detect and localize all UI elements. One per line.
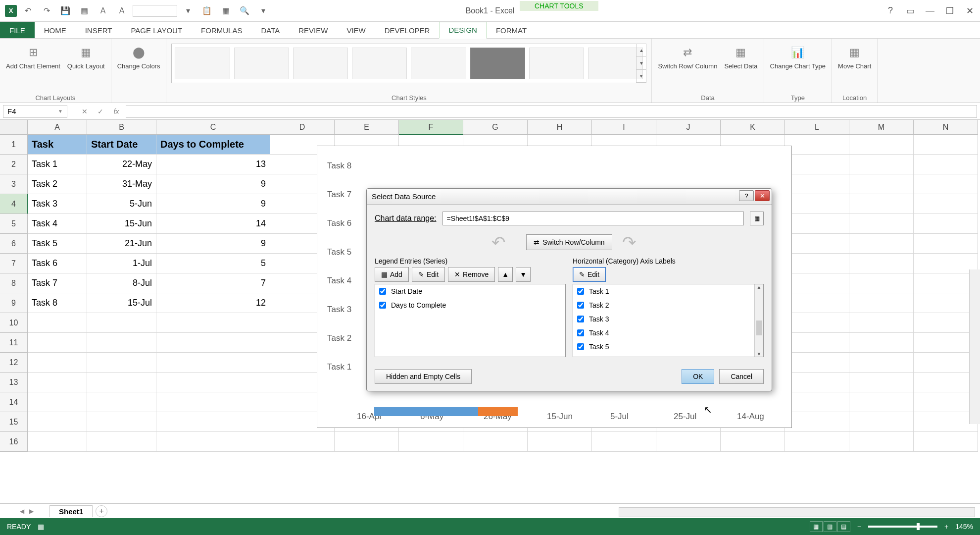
qat-button[interactable]: ▦ [76,3,92,19]
cell[interactable]: Task 3 [28,194,87,214]
range-selector-button[interactable]: ▦ [750,212,764,225]
ribbon-tab-home[interactable]: HOME [35,22,76,38]
redo-button[interactable]: ↷ [39,3,54,19]
qat-paste-icon[interactable]: 📋 [199,3,215,19]
cell[interactable] [785,155,849,174]
cell[interactable] [721,432,785,452]
cell[interactable]: Task 8 [28,293,87,313]
cell[interactable] [849,194,914,214]
cell[interactable] [849,135,914,155]
cell[interactable] [914,194,978,214]
cell[interactable] [156,412,270,432]
cell[interactable] [156,353,270,373]
cell[interactable] [914,174,978,194]
cell[interactable] [914,392,978,412]
horizontal-scrollbar[interactable] [619,507,975,517]
row-header[interactable]: 4 [0,194,28,214]
cell[interactable] [914,155,978,174]
zoom-out-button[interactable]: − [857,523,861,531]
cell[interactable] [156,392,270,412]
edit-series-button[interactable]: ✎Edit [412,267,445,282]
column-header[interactable]: E [335,120,399,135]
column-header[interactable]: C [156,120,270,135]
cell[interactable] [335,432,399,452]
cell[interactable] [914,234,978,254]
ribbon-tab-view[interactable]: VIEW [337,22,375,38]
cell[interactable]: Task 4 [28,214,87,234]
cell[interactable] [785,353,849,373]
ribbon-tab-data[interactable]: DATA [251,22,289,38]
cell[interactable]: 31-May [87,174,156,194]
cell[interactable] [656,432,721,452]
switch-row-column-dialog-button[interactable]: ⇄Switch Row/Column [526,234,612,250]
cell[interactable]: Task 1 [28,155,87,174]
maximize-button[interactable]: ❐ [943,4,956,17]
ribbon-tab-page-layout[interactable]: PAGE LAYOUT [121,22,192,38]
chart-styles-gallery[interactable]: ▲▼▾ [171,44,646,83]
cell[interactable] [914,254,978,273]
cell[interactable]: 5 [156,254,270,273]
name-box[interactable]: F4▼ [3,105,67,118]
cell[interactable]: 5-Jun [87,194,156,214]
style-thumb[interactable] [529,48,584,79]
zoom-slider[interactable] [868,526,937,528]
cell[interactable] [914,373,978,392]
cell[interactable]: 22-May [87,155,156,174]
ribbon-tab-review[interactable]: REVIEW [289,22,337,38]
cell[interactable] [914,313,978,333]
cell[interactable] [849,273,914,293]
cell[interactable] [156,432,270,452]
style-thumb-selected[interactable] [470,48,525,79]
cell[interactable] [28,392,87,412]
vertical-scrollbar[interactable] [969,269,980,424]
cell[interactable] [785,293,849,313]
series-list-item[interactable]: Start Date [375,284,565,298]
ribbon-tab-file[interactable]: FILE [0,22,35,38]
cell[interactable]: Start Date [87,135,156,155]
select-data-button[interactable]: ▦Select Data [723,42,758,72]
cell[interactable]: 8-Jul [87,273,156,293]
cell[interactable]: Days to Complete [156,135,270,155]
cell[interactable]: 21-Jun [87,234,156,254]
hidden-empty-cells-button[interactable]: Hidden and Empty Cells [375,369,472,384]
cell[interactable]: 14 [156,214,270,234]
column-header[interactable]: J [656,120,721,135]
row-header[interactable]: 10 [0,313,28,333]
page-layout-view-button[interactable]: ▥ [824,521,836,532]
cell[interactable] [156,333,270,353]
cell[interactable] [156,373,270,392]
style-thumb[interactable] [293,48,348,79]
cell[interactable]: 15-Jun [87,214,156,234]
cell[interactable] [849,155,914,174]
cell[interactable] [849,353,914,373]
cell[interactable] [914,135,978,155]
cell[interactable] [785,412,849,432]
qat-combo[interactable] [133,5,177,17]
qat-more[interactable]: ▾ [255,3,271,19]
qat-date-icon[interactable]: ▦ [218,3,234,19]
cell[interactable] [28,412,87,432]
cell[interactable] [28,353,87,373]
cell[interactable] [914,333,978,353]
edit-axis-button[interactable]: ✎Edit [573,267,606,282]
cell[interactable] [785,313,849,333]
cell[interactable] [87,432,156,452]
category-list-item[interactable]: Task 2 [573,298,763,312]
category-list-item[interactable]: Task 1 [573,284,763,298]
confirm-edit-icon[interactable]: ✓ [94,105,107,118]
change-colors-button[interactable]: ⬤Change Colors [116,42,161,72]
ribbon-options-button[interactable]: ▭ [904,4,917,17]
zoom-in-button[interactable]: + [944,523,948,531]
column-header[interactable]: D [270,120,335,135]
cell[interactable] [156,313,270,333]
cell[interactable]: Task 6 [28,254,87,273]
category-checkbox[interactable] [577,329,584,336]
cell[interactable]: 15-Jul [87,293,156,313]
cell[interactable] [914,214,978,234]
column-header[interactable]: G [463,120,528,135]
cell[interactable] [785,392,849,412]
cell[interactable]: Task 2 [28,174,87,194]
move-down-button[interactable]: ▼ [516,267,531,282]
dialog-help-button[interactable]: ? [739,190,754,201]
ribbon-tab-format[interactable]: FORMAT [487,22,536,38]
